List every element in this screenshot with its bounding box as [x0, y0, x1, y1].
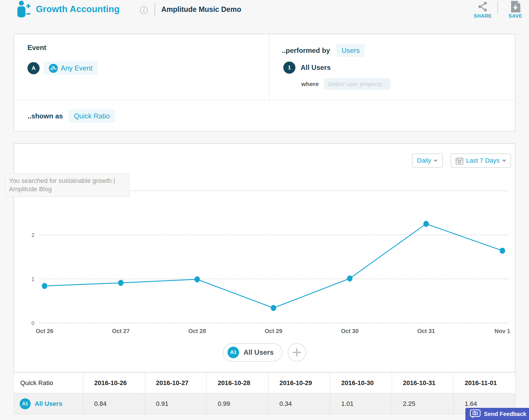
x-axis-label: Nov 1	[495, 328, 510, 334]
shown-as-selector-label: Quick Ratio	[74, 112, 110, 120]
save-button[interactable]: SAVE	[502, 0, 528, 19]
quick-ratio-table: Quick Ratio2016-10-262016-10-272016-10-2…	[14, 372, 515, 414]
feedback-camera-icon	[470, 409, 481, 419]
amplitude-logo-icon	[49, 64, 58, 73]
title-divider	[154, 3, 155, 17]
performed-by-label: ..performed by	[282, 47, 330, 55]
table-header-row: Quick Ratio2016-10-262016-10-272016-10-2…	[14, 373, 515, 393]
save-icon	[502, 0, 528, 13]
series-badge: A1	[20, 398, 31, 409]
panel-divider-vertical	[269, 34, 269, 100]
table-row-header: A1All Users	[14, 393, 83, 414]
y-axis-label: 0	[32, 320, 34, 326]
performed-by-selector[interactable]: Users	[336, 44, 365, 57]
table-metric-header: Quick Ratio	[14, 373, 83, 393]
legend-series-all-users[interactable]: A1 All Users	[223, 343, 282, 362]
table-value-cell: 0.99	[207, 393, 269, 414]
table-value-cell: 1.01	[330, 393, 392, 414]
data-point[interactable]	[347, 275, 353, 281]
table-series-label[interactable]: All Users	[35, 400, 62, 408]
where-label: where	[301, 81, 319, 88]
data-point[interactable]	[423, 221, 429, 227]
performed-by-selector-label: Users	[342, 47, 360, 55]
send-feedback-button[interactable]: Send Feedback	[465, 408, 529, 420]
panel-divider-horizontal	[14, 100, 515, 100]
query-builder-panel: Event A Any Event ..performed by Users 1…	[14, 34, 515, 131]
share-button[interactable]: SHARE	[470, 0, 496, 19]
event-row-badge: A	[27, 62, 40, 74]
table-date-header: 2016-11-01	[454, 373, 515, 393]
table-date-header: 2016-10-26	[83, 373, 145, 393]
x-axis-label: Oct 28	[188, 328, 206, 334]
info-icon[interactable]: i	[140, 6, 148, 14]
chart-line	[45, 224, 502, 308]
user-property-placeholder: Select user property...	[328, 81, 387, 88]
event-selector-label: Any Event	[61, 64, 92, 72]
shown-as-selector[interactable]: Quick Ratio	[69, 109, 115, 123]
data-point[interactable]	[42, 283, 47, 289]
tooltip-line-2: Amplitude Blog	[9, 185, 125, 193]
series-badge: A1	[227, 347, 239, 358]
data-point[interactable]	[500, 248, 505, 254]
y-axis-label: 2	[32, 232, 34, 238]
segment-name[interactable]: All Users	[301, 64, 331, 72]
x-axis-label: Oct 27	[112, 328, 130, 334]
series-label: All Users	[243, 348, 273, 356]
feedback-label: Send Feedback	[484, 411, 526, 417]
table-date-header: 2016-10-31	[392, 373, 454, 393]
table-value-cell: 0.84	[83, 393, 145, 414]
data-point[interactable]	[195, 276, 200, 283]
shown-as-label: ..shown as	[27, 112, 63, 120]
data-point[interactable]	[271, 305, 276, 311]
table-body: A1All Users0.840.910.990.341.012.251.64	[14, 393, 515, 414]
header-divider	[497, 1, 498, 13]
table-value-cell: 2.25	[392, 393, 454, 414]
x-axis-label: Oct 26	[36, 328, 53, 334]
tooltip-line-1: You searched for sustainable growth |	[9, 176, 125, 185]
y-axis-label: 1	[32, 276, 34, 282]
table-date-header: 2016-10-27	[145, 373, 207, 393]
x-axis-label: Oct 30	[341, 328, 358, 334]
share-icon	[470, 0, 496, 13]
event-selector[interactable]: Any Event	[44, 62, 97, 75]
x-axis-label: Oct 31	[417, 328, 435, 334]
document-title[interactable]: Amplitude Music Demo	[161, 5, 241, 14]
plus-icon	[293, 348, 301, 356]
table-date-header: 2016-10-30	[330, 373, 392, 393]
chart-legend: A1 All Users	[14, 343, 515, 362]
search-result-tooltip: You searched for sustainable growth | Am…	[5, 173, 130, 197]
page-title: Growth Accounting	[36, 4, 120, 14]
event-section-label: Event	[27, 44, 46, 52]
x-axis-label: Oct 29	[264, 328, 282, 334]
user-property-input[interactable]: Select user property...	[324, 78, 391, 90]
app-header: Growth Accounting i Amplitude Music Demo…	[0, 0, 529, 29]
table-value-cell: 0.91	[145, 393, 207, 414]
segment-row-badge: 1	[283, 62, 295, 74]
table-date-header: 2016-10-29	[268, 373, 330, 393]
add-series-button[interactable]	[288, 343, 306, 362]
table-date-header: 2016-10-28	[207, 373, 269, 393]
data-point[interactable]	[118, 280, 124, 286]
table-value-cell: 0.34	[268, 393, 330, 414]
growth-accounting-icon	[15, 1, 31, 21]
table-row: A1All Users0.840.910.990.341.012.251.64	[14, 393, 515, 414]
